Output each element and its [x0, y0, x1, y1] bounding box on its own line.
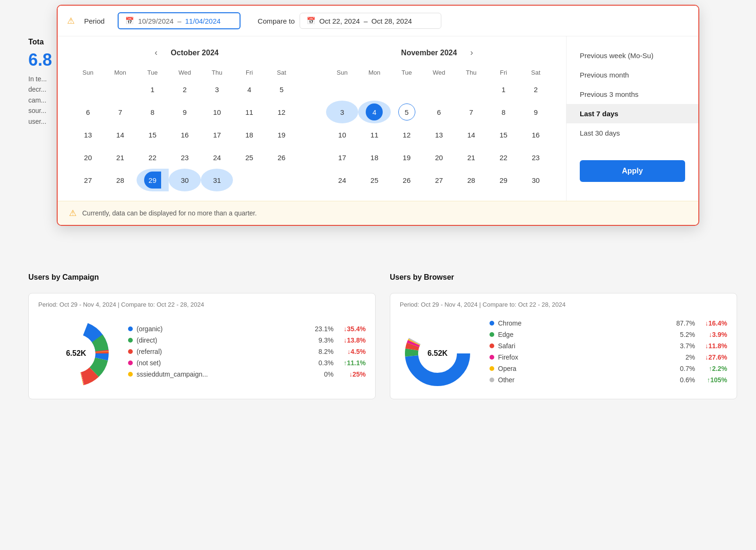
- table-row[interactable]: 4: [233, 78, 265, 101]
- apply-button[interactable]: Apply: [580, 160, 685, 182]
- table-row[interactable]: 20: [72, 146, 104, 169]
- legend-change: ↓13.8%: [337, 336, 366, 344]
- shortcut-last-30days[interactable]: Last 30 days: [567, 123, 698, 143]
- table-row[interactable]: 29: [487, 169, 519, 191]
- table-row[interactable]: 1: [137, 78, 169, 101]
- november-grid: Sun Mon Tue Wed Thu Fri Sat 123456789101…: [326, 67, 552, 191]
- list-item: Other 0.6% ↑105%: [490, 376, 727, 384]
- fri-header: Fri: [233, 67, 265, 78]
- legend-change: ↓25%: [337, 370, 366, 378]
- table-row[interactable]: 21: [455, 146, 487, 169]
- table-row[interactable]: 19: [266, 123, 298, 146]
- legend-dot: [128, 372, 133, 377]
- table-row[interactable]: 2: [169, 78, 201, 101]
- prev-month-button[interactable]: ‹: [151, 46, 161, 60]
- table-row[interactable]: 17: [201, 123, 233, 146]
- table-row[interactable]: 15: [137, 123, 169, 146]
- shortcut-prev-week[interactable]: Previous week (Mo-Su): [567, 46, 698, 65]
- legend-name: (organic): [137, 325, 310, 333]
- table-row[interactable]: 7: [455, 101, 487, 123]
- table-row[interactable]: 5: [391, 101, 423, 123]
- table-row[interactable]: 6: [423, 101, 455, 123]
- table-row[interactable]: 26: [266, 146, 298, 169]
- legend-pct: 0.7%: [675, 365, 695, 372]
- browser-donut: 6.52K: [400, 316, 475, 391]
- table-row[interactable]: 28: [455, 169, 487, 191]
- calendar-body: ‹ October 2024 Sun Mon Tue Wed Thu Fri: [58, 36, 698, 201]
- table-row[interactable]: 17: [326, 146, 358, 169]
- shortcut-prev-3months[interactable]: Previous 3 months: [567, 85, 698, 104]
- shortcut-prev-month[interactable]: Previous month: [567, 65, 698, 85]
- november-title: November 2024: [401, 49, 457, 57]
- table-row[interactable]: 9: [169, 101, 201, 123]
- table-row[interactable]: 12: [266, 101, 298, 123]
- table-row[interactable]: 13: [423, 123, 455, 146]
- october-header: ‹ October 2024: [72, 46, 298, 60]
- table-row[interactable]: 11: [358, 123, 390, 146]
- table-row[interactable]: 16: [520, 123, 552, 146]
- table-row[interactable]: 4: [358, 101, 390, 123]
- table-row[interactable]: 18: [233, 123, 265, 146]
- table-row[interactable]: 1: [487, 78, 519, 101]
- table-row[interactable]: 11: [233, 101, 265, 123]
- table-row[interactable]: 10: [326, 123, 358, 146]
- table-row[interactable]: 25: [233, 146, 265, 169]
- table-row[interactable]: 25: [358, 169, 390, 191]
- date-range-input[interactable]: 📅 10/29/2024 – 11/04/2024: [118, 12, 241, 29]
- table-row: [326, 78, 358, 101]
- sun-header: Sun: [72, 67, 104, 78]
- shortcut-last-7days[interactable]: Last 7 days: [567, 104, 698, 123]
- table-row[interactable]: 22: [487, 146, 519, 169]
- campaign-period: Period: Oct 29 - Nov 4, 2024 | Compare t…: [38, 301, 366, 308]
- legend-dot: [128, 327, 133, 331]
- table-row[interactable]: 20: [423, 146, 455, 169]
- compare-dash: –: [364, 17, 368, 25]
- table-row[interactable]: 27: [72, 169, 104, 191]
- legend-dot: [490, 366, 494, 371]
- table-row[interactable]: 12: [391, 123, 423, 146]
- october-title: October 2024: [171, 49, 218, 57]
- table-row[interactable]: 30: [520, 169, 552, 191]
- compare-range-input[interactable]: 📅 Oct 22, 2024 – Oct 28, 2024: [300, 13, 441, 29]
- table-row[interactable]: 8: [137, 101, 169, 123]
- table-row[interactable]: 21: [104, 146, 136, 169]
- table-row[interactable]: 28: [104, 169, 136, 191]
- table-row[interactable]: 3: [326, 101, 358, 123]
- list-item: Edge 5.2% ↓3.9%: [490, 331, 727, 338]
- table-row[interactable]: 5: [266, 78, 298, 101]
- table-row[interactable]: 30: [169, 169, 201, 191]
- table-row[interactable]: 3: [201, 78, 233, 101]
- table-row[interactable]: 27: [423, 169, 455, 191]
- table-row[interactable]: 6: [72, 101, 104, 123]
- table-row[interactable]: 23: [520, 146, 552, 169]
- table-row[interactable]: 14: [104, 123, 136, 146]
- table-row[interactable]: 8: [487, 101, 519, 123]
- table-row[interactable]: 10: [201, 101, 233, 123]
- compare-section: Compare to 📅 Oct 22, 2024 – Oct 28, 2024: [258, 13, 441, 29]
- compare-end: Oct 28, 2024: [371, 17, 412, 25]
- table-row[interactable]: 16: [169, 123, 201, 146]
- table-row[interactable]: 24: [201, 146, 233, 169]
- table-row[interactable]: 7: [104, 101, 136, 123]
- legend-change: ↑2.2%: [699, 365, 727, 372]
- legend-name: (referral): [137, 348, 310, 355]
- table-row[interactable]: 22: [137, 146, 169, 169]
- table-row[interactable]: 29: [137, 169, 169, 191]
- october-calendar: ‹ October 2024 Sun Mon Tue Wed Thu Fri: [72, 46, 298, 191]
- legend-name: Other: [498, 376, 671, 384]
- table-row[interactable]: 26: [391, 169, 423, 191]
- table-row[interactable]: 9: [520, 101, 552, 123]
- browser-legend: Chrome 87.7% ↓16.4% Edge 5.2% ↓3.9% Safa…: [490, 319, 727, 387]
- next-month-button[interactable]: ›: [466, 46, 477, 60]
- table-row[interactable]: 23: [169, 146, 201, 169]
- legend-pct: 0.3%: [314, 359, 334, 367]
- table-row[interactable]: 13: [72, 123, 104, 146]
- table-row[interactable]: 14: [455, 123, 487, 146]
- table-row[interactable]: 24: [326, 169, 358, 191]
- table-row[interactable]: 2: [520, 78, 552, 101]
- table-row[interactable]: 19: [391, 146, 423, 169]
- table-row[interactable]: 18: [358, 146, 390, 169]
- table-row[interactable]: 15: [487, 123, 519, 146]
- list-item: Firefox 2% ↓27.6%: [490, 353, 727, 361]
- table-row[interactable]: 31: [201, 169, 233, 191]
